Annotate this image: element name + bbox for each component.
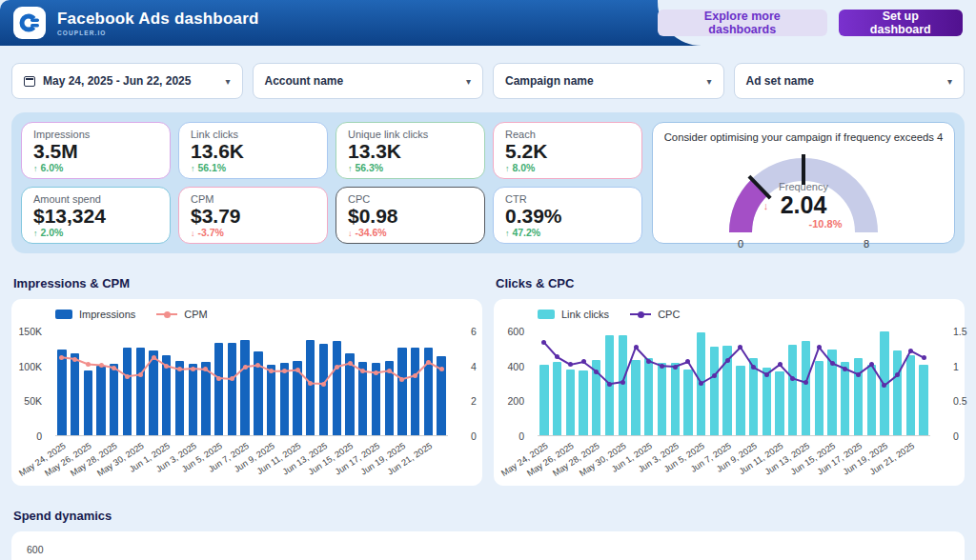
kpi-card-reach: Reach5.2K↑ 8.0% — [493, 122, 642, 179]
line-point — [72, 357, 77, 362]
x-axis-labels: May 24, 2025May 26, 2025May 28, 2025May … — [55, 438, 448, 486]
y-tick-label: 6 — [471, 326, 477, 337]
line-point — [712, 373, 717, 378]
y-tick-label: 0 — [953, 430, 959, 442]
kpi-delta: ↓ -3.7% — [191, 227, 315, 238]
kpi-value: $13,324 — [33, 205, 158, 227]
chart-legend: Link clicksCPC — [538, 309, 680, 320]
arrow-up-icon: ↑ — [348, 164, 353, 173]
arrow-up-icon: ↑ — [505, 164, 510, 173]
brand-label: COUPLER.IO — [57, 30, 259, 36]
kpi-label: CTR — [505, 193, 630, 205]
kpi-value: $3.79 — [191, 205, 315, 227]
legend-item-cpm: CPM — [156, 309, 207, 320]
frequency-gauge: 08 Frequency ↓ 2.04 -10.8% — [689, 145, 918, 251]
y-tick-label: 600 — [27, 544, 44, 555]
facebook-ads-dashboard-page: Facebook Ads dashboard COUPLER.IO Explor… — [0, 0, 976, 560]
kpi-delta: ↑ 56.1% — [191, 162, 315, 173]
kpi-panel: Impressions3.5M↑ 6.0%Link clicks13.6K↑ 5… — [11, 112, 965, 253]
filter-label: Ad set name — [746, 74, 814, 88]
y-tick-label: 200 — [507, 395, 524, 407]
line-point — [295, 368, 300, 372]
y-tick-label: 150K — [18, 326, 42, 337]
kpi-label: Reach — [505, 129, 630, 140]
kpi-card-amount-spend: Amount spend$13,324↑ 2.0% — [21, 187, 171, 244]
kpi-delta: ↑ 47.2% — [505, 227, 630, 238]
spend-dynamics-title: Spend dynamics — [13, 509, 963, 523]
clicks-cpc-chart: Link clicksCPC 6004002000 1.510.50 May 2… — [494, 299, 965, 486]
legend-label: CPC — [658, 309, 680, 320]
filter-campaign-name[interactable]: Campaign name▾ — [493, 63, 724, 99]
line-point — [216, 376, 221, 381]
kpi-card-unique-link-clicks: Unique link clicks13.3K↑ 56.3% — [336, 122, 485, 179]
y-axis-left: 150K100K50K0 — [11, 331, 50, 436]
arrow-up-icon: ↑ — [191, 164, 195, 173]
legend-item-cpc: CPC — [630, 309, 680, 320]
page-title: Facebook Ads dashboard — [57, 10, 259, 29]
explore-more-dashboards-button[interactable]: Explore more dashboards — [658, 10, 827, 36]
line-point — [99, 363, 104, 368]
cpc-line — [544, 343, 924, 386]
header-actions: Explore more dashboards Set up dashboard — [658, 0, 976, 46]
impressions-cpm-title: Impressions & CPM — [13, 276, 480, 290]
kpi-label: Unique link clicks — [348, 129, 473, 140]
y-tick-label: 600 — [507, 326, 524, 337]
kpi-card-cpm: CPM$3.79↓ -3.7% — [178, 187, 328, 244]
arrow-up-icon: ↑ — [505, 229, 510, 238]
impressions-cpm-chart: ImpressionsCPM 150K100K50K0 6420 May 24,… — [11, 299, 482, 486]
set-up-dashboard-button[interactable]: Set up dashboard — [839, 10, 963, 36]
line-point — [607, 382, 612, 387]
line-point — [426, 360, 431, 365]
calendar-icon — [24, 76, 35, 87]
kpi-card-impressions: Impressions3.5M↑ 6.0% — [21, 122, 171, 179]
spend-dynamics-block: Spend dynamics 600 — [11, 509, 965, 560]
x-axis-labels: May 24, 2025May 26, 2025May 28, 2025May … — [538, 438, 930, 486]
line-point — [112, 366, 116, 370]
line-point — [387, 369, 392, 373]
legend-item-impressions: Impressions — [55, 309, 135, 320]
chevron-down-icon: ▾ — [706, 76, 711, 87]
kpi-value: 13.3K — [348, 140, 473, 162]
kpi-value: 5.2K — [505, 140, 630, 162]
filter-ad-set-name[interactable]: Ad set name▾ — [734, 63, 966, 99]
filter-account-name[interactable]: Account name▾ — [253, 63, 484, 99]
line-point — [152, 355, 156, 360]
filters-bar: May 24, 2025 - Jun 22, 2025▾Account name… — [11, 63, 965, 99]
line-point — [764, 372, 769, 377]
y-tick-label: 1.5 — [953, 326, 967, 337]
line-point — [125, 374, 130, 379]
kpi-label: Link clicks — [191, 129, 315, 140]
chevron-down-icon: ▾ — [947, 76, 952, 87]
legend-swatch — [630, 313, 651, 315]
legend-swatch — [156, 313, 177, 315]
line-point — [673, 365, 678, 370]
arrow-down-icon: ↓ — [348, 229, 353, 238]
kpi-delta: ↑ 2.0% — [33, 227, 158, 238]
kpi-card-link-clicks: Link clicks13.6K↑ 56.1% — [178, 122, 328, 179]
arrow-up-icon: ↑ — [33, 229, 38, 238]
y-tick-label: 1 — [953, 361, 959, 372]
cpm-line — [62, 357, 441, 384]
line-point — [646, 359, 651, 364]
spend-dynamics-chart: 600 — [11, 531, 965, 560]
y-tick-label: 0.5 — [953, 395, 967, 407]
kpi-card-ctr: CTR0.39%↑ 47.2% — [493, 187, 642, 244]
y-tick-label: 2 — [471, 395, 477, 407]
filter-date-range[interactable]: May 24, 2025 - Jun 22, 2025▾ — [11, 63, 243, 99]
line-point — [620, 380, 625, 385]
y-axis-left: 6004002000 — [494, 331, 532, 436]
line-point — [725, 358, 730, 363]
line-point — [778, 362, 783, 367]
chart-legend: ImpressionsCPM — [55, 309, 208, 320]
arrow-up-icon: ↑ — [33, 164, 38, 173]
y-tick-label: 0 — [518, 430, 524, 442]
gauge-note: Consider optimising your campaign if fre… — [653, 131, 954, 143]
chevron-down-icon: ▾ — [466, 76, 471, 87]
line-point — [191, 367, 195, 371]
kpi-label: Impressions — [33, 129, 158, 140]
kpi-label: CPC — [348, 193, 473, 205]
gauge-max-label: 8 — [864, 238, 869, 250]
kpi-value: 13.6K — [191, 140, 315, 162]
line-point — [86, 362, 91, 367]
filter-label: Campaign name — [505, 74, 594, 88]
